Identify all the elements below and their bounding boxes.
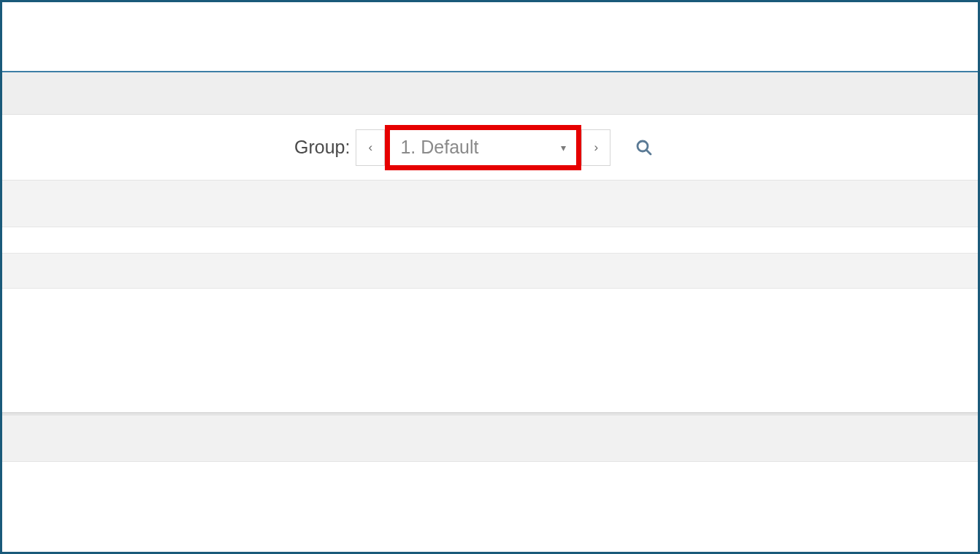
content-band-6 bbox=[2, 462, 978, 542]
search-icon bbox=[635, 139, 653, 156]
content-band-3 bbox=[2, 254, 978, 289]
group-label: Group: bbox=[294, 137, 350, 158]
top-blank-area bbox=[2, 2, 978, 72]
group-dropdown-selected: 1. Default bbox=[400, 137, 478, 158]
chevron-down-icon: ▾ bbox=[561, 142, 566, 153]
content-band-5 bbox=[2, 415, 978, 462]
search-button[interactable] bbox=[629, 133, 659, 162]
content-band-1 bbox=[2, 181, 978, 227]
header-band bbox=[2, 72, 978, 115]
content-band-4 bbox=[2, 289, 978, 413]
group-next-button[interactable]: › bbox=[581, 129, 610, 166]
group-dropdown-highlight: 1. Default ▾ bbox=[385, 125, 581, 170]
group-prev-button[interactable]: ‹ bbox=[356, 129, 385, 166]
chevron-right-icon: › bbox=[594, 140, 599, 155]
group-control-row: Group: ‹ 1. Default ▾ › bbox=[2, 115, 978, 181]
chevron-left-icon: ‹ bbox=[369, 140, 373, 155]
window-frame: Group: ‹ 1. Default ▾ › bbox=[0, 0, 980, 554]
group-dropdown[interactable]: 1. Default ▾ bbox=[390, 130, 576, 165]
svg-line-1 bbox=[647, 150, 651, 154]
content-band-2 bbox=[2, 227, 978, 254]
